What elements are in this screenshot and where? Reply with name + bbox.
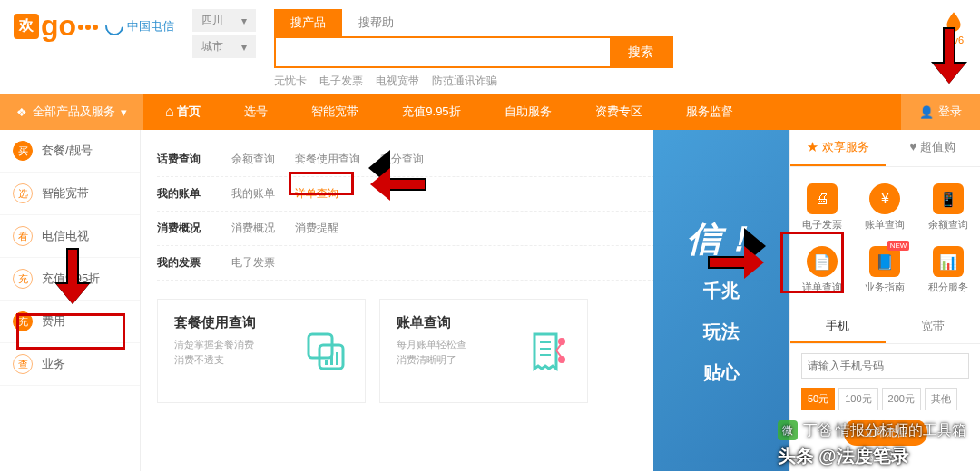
bill-icon: ¥ [869, 183, 900, 214]
quick-links: 无忧卡 电子发票 电视宽带 防范通讯诈骗 [274, 74, 923, 89]
quick-link[interactable]: 电子发票 [319, 74, 363, 89]
service-icon-grid: 🖨电子发票 ¥账单查询 📱余额查询 📄详单查询 📘NEW业务指南 📊积分服务 [790, 167, 980, 311]
logo-area: 欢 go 中国电信 [14, 9, 174, 43]
amount-option[interactable]: 100元 [838, 388, 877, 410]
card-bill-query[interactable]: 账单查询 每月账单轻松查 消费清晰明了 [379, 299, 588, 403]
nav-home[interactable]: ⌂ 首页 [143, 94, 222, 130]
link[interactable]: 套餐使用查询 [295, 152, 360, 167]
side-icon: 充 [13, 269, 33, 289]
phone-input[interactable] [801, 353, 969, 379]
search-button[interactable]: 搜索 [610, 38, 671, 66]
amount-options: 50元 100元 200元 其他 [801, 388, 969, 410]
tab-value-buy[interactable]: ♥ 超值购 [886, 130, 981, 166]
printer-icon: 🖨 [807, 183, 838, 214]
new-badge: NEW [887, 241, 910, 251]
nav-item[interactable]: 智能宽带 [289, 94, 380, 130]
hero-banner: 信！ 千兆 玩法 贴心 [653, 130, 789, 471]
nav-item[interactable]: 服务监督 [664, 94, 755, 130]
quick-link[interactable]: 无忧卡 [274, 74, 307, 89]
wechat-icon: 微 [778, 420, 798, 440]
amount-option[interactable]: 50元 [801, 388, 835, 410]
sidebar-item-business[interactable]: 查业务 [0, 343, 140, 386]
chevron-down-icon: ▾ [241, 41, 247, 54]
link[interactable]: 积分查询 [380, 152, 424, 167]
logo-text: go [41, 9, 76, 43]
svg-rect-3 [330, 356, 333, 365]
link-detail-query[interactable]: 详单查询 [295, 186, 338, 202]
charge-tabs: 手机 宽带 [790, 311, 980, 344]
telecom-swoosh-icon [102, 13, 127, 38]
sidebar-item-fee[interactable]: 充费用 [0, 301, 140, 343]
charge-tab-mobile[interactable]: 手机 [790, 311, 886, 343]
chevron-down-icon: ▾ [241, 15, 247, 27]
side-icon: 查 [13, 354, 33, 374]
search-tabs: 搜产品 搜帮助 [274, 9, 923, 36]
nav-item[interactable]: 充值9.95折 [380, 94, 482, 130]
link[interactable]: 消费概况 [231, 221, 275, 236]
svc-guide[interactable]: 📘NEW业务指南 [854, 239, 917, 301]
quick-link[interactable]: 电视宽带 [376, 74, 419, 89]
link[interactable]: 电子发票 [231, 255, 275, 271]
svc-points[interactable]: 📊积分服务 [916, 239, 980, 301]
nav-item[interactable]: 自助服务 [483, 94, 573, 130]
svc-bill-query[interactable]: ¥账单查询 [854, 176, 917, 239]
amount-option[interactable]: 其他 [925, 388, 957, 410]
link[interactable]: 消费提醒 [295, 221, 338, 236]
logo-dots-icon [76, 19, 98, 33]
logo-square-icon: 欢 [14, 14, 39, 39]
nav-item[interactable]: 资费专区 [573, 94, 664, 130]
ipv6-badge[interactable]: IPv6 [941, 9, 966, 45]
grid-icon: ❖ [16, 105, 27, 119]
search-tab-help[interactable]: 搜帮助 [342, 9, 410, 36]
quick-link[interactable]: 防范通讯诈骗 [432, 74, 497, 89]
sidebar-item-recharge[interactable]: 充充值9.95折 [0, 258, 140, 301]
side-icon: 充 [13, 311, 33, 331]
header: 欢 go 中国电信 四川▾ 城市▾ 搜产品 搜帮助 搜索 无忧卡 电子发票 电视… [0, 0, 980, 94]
sidebar-item-package[interactable]: 买套餐/靓号 [0, 130, 140, 173]
sidebar-item-tv[interactable]: 看电信电视 [0, 215, 140, 258]
side-icon: 选 [13, 183, 33, 203]
amount-option[interactable]: 200元 [882, 388, 921, 410]
side-icon: 看 [13, 226, 33, 246]
copy-chart-icon [303, 329, 348, 374]
link[interactable]: 余额查询 [231, 152, 275, 167]
search-area: 搜产品 搜帮助 搜索 无忧卡 电子发票 电视宽带 防范通讯诈骗 [274, 9, 923, 89]
points-icon: 📊 [933, 246, 964, 277]
main-nav: ❖ 全部产品及服务 ▾ ⌂ 首页 选号 智能宽带 充值9.95折 自助服务 资费… [0, 94, 980, 130]
region-selector: 四川▾ 城市▾ [192, 9, 256, 62]
go-logo[interactable]: 欢 go [14, 9, 98, 43]
right-tabs: ★ 欢享服务 ♥ 超值购 [790, 130, 980, 167]
detail-bill-icon: 📄 [807, 246, 838, 277]
nav-all-products[interactable]: ❖ 全部产品及服务 ▾ [0, 94, 143, 130]
svc-einvoice[interactable]: 🖨电子发票 [790, 176, 854, 239]
sidebar: 买套餐/靓号 选智能宽带 看电信电视 充充值9.95折 充费用 查业务 [0, 130, 141, 471]
nav-login[interactable]: 👤登录 [901, 94, 980, 130]
china-telecom-logo[interactable]: 中国电信 [105, 17, 174, 35]
card-package-usage[interactable]: 套餐使用查询 清楚掌握套餐消费 消费不透支 [157, 299, 366, 403]
tab-enjoy-service[interactable]: ★ 欢享服务 [790, 130, 886, 166]
search-tab-product[interactable]: 搜产品 [274, 9, 342, 36]
document-share-icon [525, 329, 571, 374]
nav-item[interactable]: 选号 [222, 94, 289, 130]
search-input[interactable] [276, 38, 610, 66]
svc-balance[interactable]: 📱余额查询 [916, 176, 980, 239]
home-icon: ⌂ [165, 104, 174, 120]
search-box: 搜索 [274, 36, 673, 68]
user-icon: 👤 [919, 105, 934, 119]
watermark: 微丁爸 情报分析师的工具箱 头条 @法度笔录 [778, 420, 966, 469]
phone-icon: 📱 [933, 183, 964, 214]
ipv6-icon [941, 9, 966, 35]
region-dropdown[interactable]: 四川▾ [192, 9, 256, 32]
city-dropdown[interactable]: 城市▾ [192, 35, 256, 58]
svc-detail-query[interactable]: 📄详单查询 [790, 239, 854, 301]
charge-tab-broadband[interactable]: 宽带 [886, 311, 981, 343]
svg-rect-2 [325, 360, 328, 365]
telecom-label: 中国电信 [127, 18, 174, 35]
svg-rect-4 [336, 352, 338, 365]
link[interactable]: 我的账单 [231, 186, 275, 202]
side-icon: 买 [13, 141, 33, 161]
sidebar-item-broadband[interactable]: 选智能宽带 [0, 173, 140, 215]
guide-icon: 📘 [869, 246, 900, 277]
chevron-down-icon: ▾ [121, 105, 127, 119]
